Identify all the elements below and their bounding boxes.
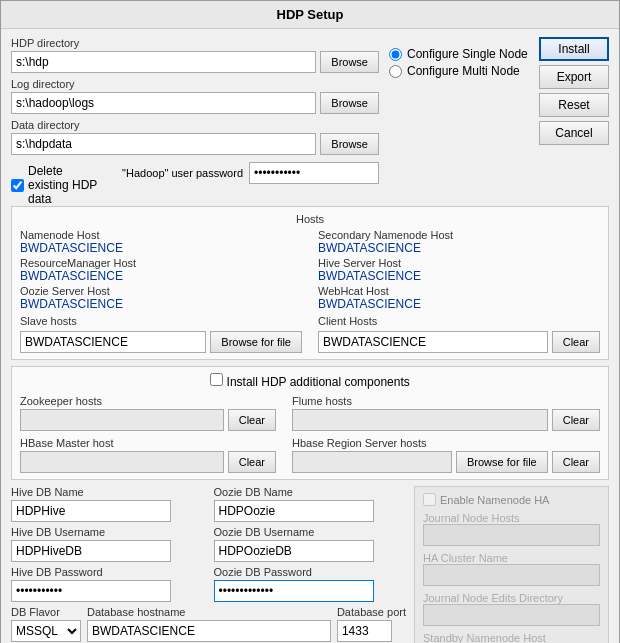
enable-ha-checkbox[interactable] <box>423 493 436 506</box>
hosts-section-label: Hosts <box>20 213 600 225</box>
ha-cluster-label: HA Cluster Name <box>423 552 600 564</box>
standby-block: Standby Namenode Host <box>423 632 600 643</box>
reset-button[interactable]: Reset <box>539 93 609 117</box>
enable-ha-label: Enable Namenode HA <box>440 494 549 506</box>
db-hostname-block: Database hostname <box>87 606 331 642</box>
secondary-namenode-host-label: Secondary Namenode Host <box>318 229 600 241</box>
journal-edits-input <box>423 604 600 626</box>
db-flavor-block: DB Flavor MSSQL MySQL <box>11 606 81 642</box>
hadoop-password-input[interactable] <box>249 162 379 184</box>
oozie-db-password-input[interactable] <box>214 580 374 602</box>
client-hosts-input[interactable] <box>318 331 548 353</box>
flume-block: Flume hosts Clear <box>292 395 600 431</box>
oozie-db-password-block: Oozie DB Password <box>214 566 407 602</box>
journal-edits-block: Journal Node Edits Directory <box>423 592 600 626</box>
action-buttons: Install Export Reset Cancel <box>539 37 609 206</box>
hive-db-name-block: Hive DB Name <box>11 486 204 522</box>
oozie-host-block: Oozie Server Host BWDATASCIENCE <box>20 285 302 311</box>
clear-zookeeper-button[interactable]: Clear <box>228 409 276 431</box>
resourcemanager-host-label: ResourceManager Host <box>20 257 302 269</box>
configure-single-label: Configure Single Node <box>407 47 528 61</box>
hosts-section: Hosts Namenode Host BWDATASCIENCE Resour… <box>11 206 609 360</box>
hbase-master-input <box>20 451 224 473</box>
data-directory-field: Data directory Browse <box>11 119 379 155</box>
webhcat-host-value: BWDATASCIENCE <box>318 297 600 311</box>
install-additional-label: Install HDP additional components <box>227 375 410 389</box>
db-port-block: Database port <box>337 606 406 642</box>
delete-existing-label: Delete existing HDP data <box>28 164 102 206</box>
hiveserver-host-block: Hive Server Host BWDATASCIENCE <box>318 257 600 283</box>
oozie-db-name-input[interactable] <box>214 500 374 522</box>
configure-single-radio[interactable] <box>389 48 402 61</box>
configure-multi-radio[interactable] <box>389 65 402 78</box>
secondary-namenode-host-block: Secondary Namenode Host BWDATASCIENCE <box>318 229 600 255</box>
additional-header: Install HDP additional components <box>20 373 600 389</box>
db-hostname-input[interactable] <box>87 620 331 642</box>
client-hosts-label: Client Hosts <box>318 315 600 327</box>
hive-db-password-label: Hive DB Password <box>11 566 204 578</box>
hbase-master-label: HBase Master host <box>20 437 276 449</box>
zookeeper-block: Zookeeper hosts Clear <box>20 395 276 431</box>
clear-hbase-master-button[interactable]: Clear <box>228 451 276 473</box>
webhcat-host-block: WebHcat Host BWDATASCIENCE <box>318 285 600 311</box>
configure-multi-label: Configure Multi Node <box>407 64 520 78</box>
db-flavor-select[interactable]: MSSQL MySQL <box>11 620 81 642</box>
journal-node-label: Journal Node Hosts <box>423 512 600 524</box>
flume-label: Flume hosts <box>292 395 600 407</box>
hiveserver-host-label: Hive Server Host <box>318 257 600 269</box>
hbase-region-label: Hbase Region Server hosts <box>292 437 600 449</box>
dialog-title: HDP Setup <box>277 7 344 22</box>
browse-hdp-button[interactable]: Browse <box>320 51 379 73</box>
hbase-master-block: HBase Master host Clear <box>20 437 276 473</box>
resourcemanager-host-block: ResourceManager Host BWDATASCIENCE <box>20 257 302 283</box>
browse-data-button[interactable]: Browse <box>320 133 379 155</box>
zookeeper-label: Zookeeper hosts <box>20 395 276 407</box>
hive-db-password-input[interactable] <box>11 580 171 602</box>
browse-hbase-region-button[interactable]: Browse for file <box>456 451 548 473</box>
db-section: Hive DB Name Oozie DB Name Hive DB Usern… <box>11 486 406 643</box>
delete-existing-checkbox[interactable] <box>11 179 24 192</box>
data-directory-input[interactable] <box>11 133 316 155</box>
hdp-directory-input[interactable] <box>11 51 316 73</box>
hive-db-username-input[interactable] <box>11 540 171 562</box>
journal-node-input <box>423 524 600 546</box>
clear-hbase-region-button[interactable]: Clear <box>552 451 600 473</box>
resourcemanager-host-value: BWDATASCIENCE <box>20 269 302 283</box>
secondary-namenode-host-value: BWDATASCIENCE <box>318 241 600 255</box>
clear-flume-button[interactable]: Clear <box>552 409 600 431</box>
ha-section: Enable Namenode HA Journal Node Hosts HA… <box>414 486 609 643</box>
clear-client-button[interactable]: Clear <box>552 331 600 353</box>
oozie-host-value: BWDATASCIENCE <box>20 297 302 311</box>
namenode-host-value: BWDATASCIENCE <box>20 241 302 255</box>
hadoop-password-label: "Hadoop" user password <box>122 167 243 179</box>
oozie-db-name-block: Oozie DB Name <box>214 486 407 522</box>
browse-slave-button[interactable]: Browse for file <box>210 331 302 353</box>
zookeeper-input <box>20 409 224 431</box>
slave-hosts-label: Slave hosts <box>20 315 302 327</box>
cancel-button[interactable]: Cancel <box>539 121 609 145</box>
db-port-label: Database port <box>337 606 406 618</box>
webhcat-host-label: WebHcat Host <box>318 285 600 297</box>
additional-section: Install HDP additional components Zookee… <box>11 366 609 480</box>
hbase-region-block: Hbase Region Server hosts Browse for fil… <box>292 437 600 473</box>
log-directory-input[interactable] <box>11 92 316 114</box>
hbase-region-input <box>292 451 452 473</box>
namenode-host-block: Namenode Host BWDATASCIENCE <box>20 229 302 255</box>
db-hostname-label: Database hostname <box>87 606 331 618</box>
log-directory-label: Log directory <box>11 78 379 90</box>
hdp-directory-field: HDP directory Browse <box>11 37 379 73</box>
oozie-host-label: Oozie Server Host <box>20 285 302 297</box>
ha-cluster-input <box>423 564 600 586</box>
db-port-input[interactable] <box>337 620 392 642</box>
install-button[interactable]: Install <box>539 37 609 61</box>
journal-node-block: Journal Node Hosts <box>423 512 600 546</box>
title-bar: HDP Setup <box>1 1 619 29</box>
install-additional-checkbox[interactable] <box>210 373 223 386</box>
export-button[interactable]: Export <box>539 65 609 89</box>
journal-edits-label: Journal Node Edits Directory <box>423 592 600 604</box>
hdp-directory-label: HDP directory <box>11 37 379 49</box>
slave-hosts-input[interactable] <box>20 331 206 353</box>
browse-log-button[interactable]: Browse <box>320 92 379 114</box>
oozie-db-username-input[interactable] <box>214 540 374 562</box>
hive-db-name-input[interactable] <box>11 500 171 522</box>
